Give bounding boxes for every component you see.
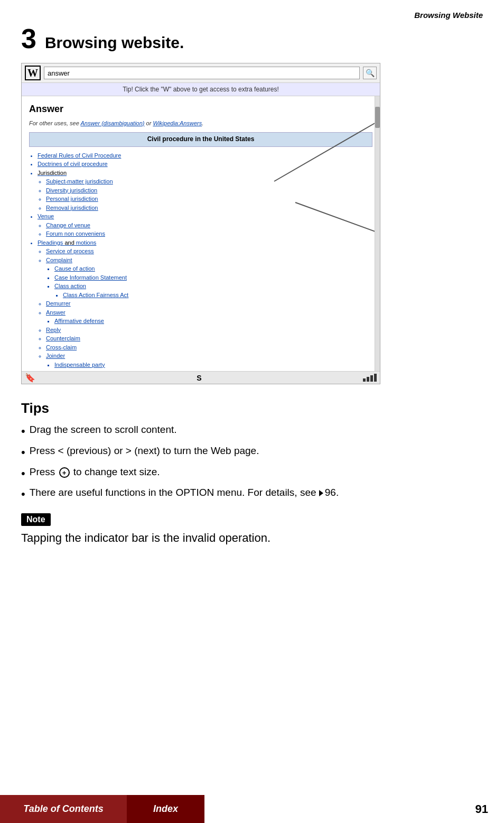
list-item[interactable]: Impleader	[46, 369, 372, 371]
toc-list: Federal Rules of Civil Procedure Doctrin…	[29, 151, 372, 371]
bar-4	[374, 374, 377, 382]
wikipedia-logo[interactable]: W	[25, 66, 41, 80]
page-footer: Table of Contents Index 91	[0, 795, 504, 823]
list-item[interactable]: Demurrer	[46, 299, 372, 308]
list-item[interactable]: Venue Change of venue Forum non convenie…	[38, 212, 372, 238]
zoom-icon	[59, 467, 70, 478]
wikipedia-answers-link[interactable]: Wikipedia:Answers	[153, 120, 202, 126]
page-header: Browsing Website	[21, 11, 483, 20]
note-text: Tapping the indicator bar is the invalid…	[21, 530, 483, 547]
page-reference: 96	[319, 486, 336, 500]
tip-text-1: Drag the screen to scroll content.	[30, 423, 177, 437]
header-title: Browsing Website	[414, 11, 483, 20]
list-item[interactable]: Change of venue	[46, 221, 372, 230]
note-label: Note	[21, 513, 51, 526]
list-item[interactable]: Affirmative defense	[54, 317, 372, 326]
browser-content: Answer For other uses, see Answer (disam…	[22, 96, 380, 371]
browser-toolbar: W 🔍	[22, 63, 380, 83]
list-item[interactable]: Cause of action	[54, 264, 372, 273]
chapter-heading: 3 Browsing website.	[21, 25, 483, 52]
toc-header: Civil procedure in the United States	[29, 132, 372, 146]
list-item[interactable]: Forum non conveniens	[46, 229, 372, 238]
list-item[interactable]: Answer Affirmative defense	[46, 308, 372, 326]
list-item[interactable]: Case Information Statement	[54, 273, 372, 282]
list-item[interactable]: Cross-claim	[46, 343, 372, 352]
scrollbar-thumb[interactable]	[375, 107, 380, 128]
content-heading: Answer	[29, 101, 372, 117]
tip-item-2: Press < (previous) or > (next) to turn t…	[21, 444, 483, 461]
note-section: Note Tapping the indicator bar is the in…	[21, 513, 483, 547]
list-item[interactable]: Reply	[46, 326, 372, 335]
list-item[interactable]: Counterclaim	[46, 334, 372, 343]
tips-title: Tips	[21, 400, 483, 417]
list-item[interactable]: Removal jurisdiction	[46, 204, 372, 212]
index-label: Index	[153, 803, 178, 815]
list-item[interactable]: Pleadings and motions Service of process…	[38, 238, 372, 371]
bar-2	[367, 377, 369, 382]
toc-label: Table of Contents	[23, 803, 103, 815]
list-item[interactable]: Subject-matter jurisdiction	[46, 177, 372, 186]
tips-section: Tips Drag the screen to scroll content. …	[21, 400, 483, 503]
list-item[interactable]: Class Action Fairness Act	[63, 291, 372, 300]
list-item[interactable]: Personal jurisdiction	[46, 195, 372, 204]
list-item[interactable]: Indispensable party	[54, 360, 372, 369]
footer-toc-button[interactable]: Table of Contents	[0, 795, 127, 823]
disambiguation-link[interactable]: Answer (disambiguation)	[80, 120, 144, 126]
statusbar-icon: 🔖	[25, 373, 35, 383]
tips-list: Drag the screen to scroll content. Press…	[21, 423, 483, 503]
content-note: For other uses, see Answer (disambiguati…	[29, 119, 372, 128]
statusbar-s: S	[197, 374, 201, 382]
list-item[interactable]: Jurisdiction Subject-matter jurisdiction…	[38, 169, 372, 212]
list-item[interactable]: Complaint Cause of action Case Informati…	[46, 256, 372, 300]
chapter-title: Browsing website.	[45, 34, 184, 52]
chapter-number: 3	[21, 25, 36, 52]
browser-tip: Tip! Click the "W" above to get access t…	[22, 83, 380, 96]
tip-text-4: There are useful functions in the OPTION…	[30, 486, 339, 500]
browser-statusbar: 🔖 S	[22, 371, 380, 384]
tip-item-1: Drag the screen to scroll content.	[21, 423, 483, 440]
tip-text-3: Press to change text size.	[30, 465, 160, 479]
link-doctrines[interactable]: Doctrines of civil procedure	[38, 161, 108, 167]
page-number: 91	[475, 795, 504, 823]
list-item[interactable]: Joinder Indispensable party	[46, 352, 372, 369]
list-item[interactable]: Doctrines of civil procedure	[38, 160, 372, 169]
list-item[interactable]: Diversity jurisdiction	[46, 186, 372, 195]
tip-text-2: Press < (previous) or > (next) to turn t…	[30, 444, 259, 458]
browser-search-button[interactable]: 🔍	[363, 67, 377, 79]
browser-simulation: W 🔍 Tip! Click the "W" above to get acce…	[21, 63, 380, 384]
browser-search-input[interactable]	[44, 67, 360, 79]
bar-1	[363, 378, 366, 382]
bar-3	[370, 375, 373, 382]
tip-item-4: There are useful functions in the OPTION…	[21, 486, 483, 503]
signal-bars	[363, 374, 377, 382]
list-item[interactable]: Class action Class Action Fairness Act	[54, 282, 372, 299]
tip-item-3: Press to change text size.	[21, 465, 483, 482]
list-item[interactable]: Service of process	[46, 247, 372, 256]
browser-scrollbar[interactable]	[375, 96, 380, 371]
link-federal-rules[interactable]: Federal Rules of Civil Procedure	[38, 152, 121, 159]
page-ref-arrow-icon	[319, 490, 323, 496]
footer-index-button[interactable]: Index	[127, 795, 204, 823]
